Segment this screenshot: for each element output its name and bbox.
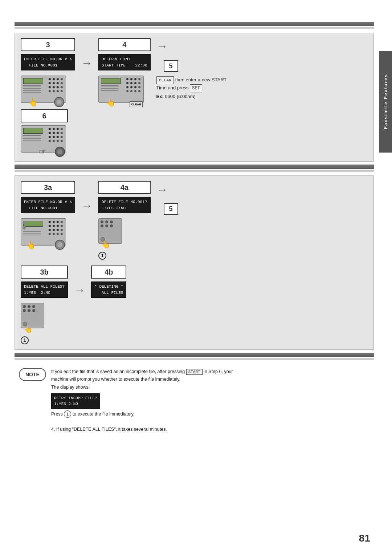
- step4b-display: * DELETING * ALL FILES: [91, 281, 126, 298]
- step3-fax-machine: 👆: [21, 76, 68, 106]
- circle-1-note: 1: [64, 410, 71, 418]
- note-paragraph-1: If you edit the file that is saved as an…: [51, 368, 233, 391]
- step4b-col: 4b * DELETING * ALL FILES: [91, 266, 126, 300]
- step4a-display: DELETE FILE NO.001? 1:YES 2:NO: [98, 197, 150, 213]
- note-section: NOTE If you edit the file that is saved …: [15, 364, 374, 438]
- arrow-3b-4b: →: [74, 284, 85, 297]
- set-key: SET: [190, 84, 202, 93]
- hand-icon-6: ☞: [39, 147, 46, 157]
- step3b-keypad: 👆: [21, 303, 46, 332]
- step4-col: 4 DEFERRED XMT START TIME 22:30: [98, 38, 150, 106]
- step6-fax-machine: ☞: [21, 125, 68, 156]
- arrow-3-4: →: [81, 56, 93, 70]
- page-number: 81: [359, 532, 370, 544]
- circle-1-4a: 1: [98, 252, 106, 260]
- instructions: CLEAR then enter a new START Time and pr…: [156, 76, 227, 100]
- hand-icon-3a: 👆: [26, 240, 36, 250]
- mid-title-bar: [15, 165, 374, 169]
- step3-display: ENTER FILE NO.OR ∨ ∧ FILE NO.=001: [21, 54, 75, 70]
- step4-label: 4: [98, 38, 150, 51]
- note-paragraph-2: 4. If using "DELETE ALL FILES", it takes…: [51, 426, 233, 433]
- top-row: 3 ENTER FILE NO.OR ∨ ∧ FILE NO.=001: [21, 38, 368, 106]
- step6-label: 6: [21, 109, 68, 122]
- main-content: 3 ENTER FILE NO.OR ∨ ∧ FILE NO.=001: [15, 22, 374, 533]
- clear-btn-device: CLEAR: [130, 101, 143, 107]
- bottom-light-bar: [15, 358, 374, 360]
- hand-icon-4a: 👆: [101, 240, 110, 249]
- step5-mid-label: 5: [164, 203, 178, 215]
- side-tab-label: Facsimile Features: [383, 74, 388, 129]
- start-key-note: START: [186, 369, 203, 375]
- middle-section: 3a ENTER FILE NO.OR ∨ ∧ FILE NO.=001: [15, 175, 374, 350]
- step3a-display: ENTER FILE NO.OR ∨ ∧ FILE NO.=001: [21, 197, 75, 213]
- row-3b-4b: 3b DELETE ALL FILES? 1:YES 2:NO: [21, 266, 368, 344]
- step3a-label: 3a: [21, 181, 75, 194]
- hand-icon-3: 👆: [28, 98, 38, 107]
- note-text-area: If you edit the file that is saved as an…: [51, 368, 233, 434]
- row-3a-4a: 3a ENTER FILE NO.OR ∨ ∧ FILE NO.=001: [21, 181, 368, 260]
- step3b-label: 3b: [21, 266, 68, 279]
- arrow-4a-5-area: → 5: [156, 181, 178, 215]
- step4-display: DEFERRED XMT START TIME 22:30: [98, 54, 150, 70]
- note-label: NOTE: [19, 368, 46, 381]
- top-section: 3 ENTER FILE NO.OR ∨ ∧ FILE NO.=001: [15, 33, 374, 162]
- clear-key: CLEAR: [156, 76, 174, 84]
- step3b-display: DELETE ALL FILES? 1:YES 2:NO: [21, 281, 68, 298]
- step3a-col: 3a ENTER FILE NO.OR ∨ ∧ FILE NO.=001: [21, 181, 75, 249]
- step4b-label: 4b: [91, 266, 126, 279]
- step4a-col: 4a DELETE FILE NO.001? 1:YES 2:NO: [98, 181, 150, 260]
- top-title-bar: [15, 22, 374, 26]
- step6-row: 6: [21, 109, 368, 156]
- bottom-title-bar: [15, 353, 374, 357]
- hand-icon-4: 👆: [106, 98, 115, 107]
- step4-fax-machine: 👆 CLEAR: [98, 76, 146, 106]
- step6-col: 6: [21, 109, 68, 156]
- mid-light-bar: [15, 170, 374, 172]
- step3b-col: 3b DELETE ALL FILES? 1:YES 2:NO: [21, 266, 68, 344]
- note-press-line: Press 1 to execute the file immediately.: [51, 410, 233, 418]
- side-tab: Facsimile Features: [379, 51, 392, 153]
- step4a-label: 4a: [98, 181, 150, 194]
- note-display: RETRY INCOMP FILE? 1:YES 2:NO: [51, 393, 100, 409]
- hand-icon-3b: 👆: [24, 325, 33, 333]
- step5-label: 5: [164, 60, 178, 72]
- step3a-fax: 👆: [21, 218, 68, 249]
- arrow-4-5-area: → 5 CLEAR then enter a new START Time an…: [156, 38, 227, 100]
- arrow-3a-4a: →: [81, 199, 93, 212]
- circle-1-3b: 1: [21, 336, 29, 344]
- step3-label: 3: [21, 38, 75, 51]
- step4a-keypad: 👆: [98, 218, 124, 247]
- step3-col: 3 ENTER FILE NO.OR ∨ ∧ FILE NO.=001: [21, 38, 75, 106]
- top-light-bar: [15, 27, 374, 29]
